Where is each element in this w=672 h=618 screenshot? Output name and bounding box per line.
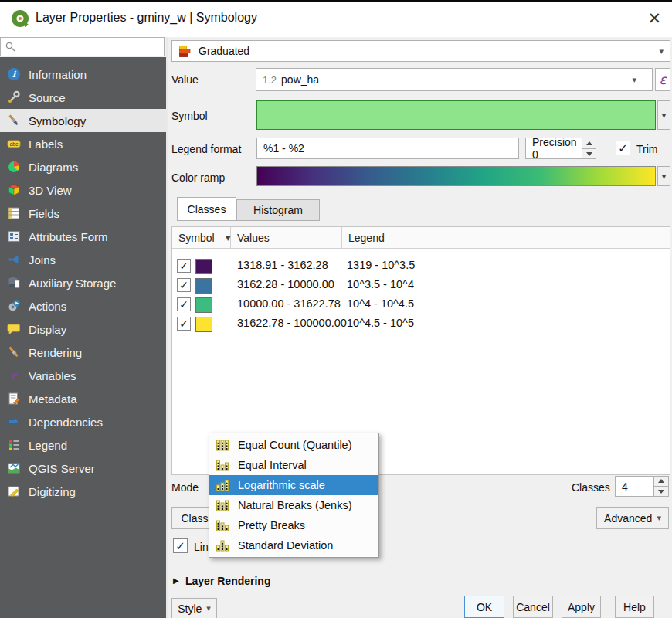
- value-field-name: pow_ha: [281, 73, 319, 86]
- sidebar-item-fields[interactable]: Fields: [0, 202, 166, 225]
- labels-icon: abc: [7, 137, 21, 151]
- header-symbol[interactable]: Symbol ▼: [172, 227, 231, 249]
- menu-item-logarithmic-scale[interactable]: Logarithmic scale: [209, 475, 378, 495]
- class-values[interactable]: 1318.91 - 3162.28: [237, 259, 328, 271]
- classes-spinbox[interactable]: 4: [615, 476, 653, 497]
- class-color-swatch[interactable]: [195, 259, 212, 274]
- close-icon[interactable]: ✕: [647, 9, 661, 28]
- value-label: Value: [171, 73, 199, 86]
- logarithmic-icon: [216, 478, 229, 492]
- class-color-swatch[interactable]: [195, 317, 212, 332]
- window-title: Layer Properties - gminy_w | Symbology: [36, 11, 257, 25]
- class-visibility-checkbox[interactable]: ✓: [177, 259, 191, 273]
- spin-down-icon[interactable]: [653, 487, 669, 497]
- menu-item-standard-deviation[interactable]: Standard Deviation: [209, 535, 378, 555]
- layer-rendering-section[interactable]: Layer Rendering: [185, 575, 270, 587]
- ok-button[interactable]: OK: [464, 596, 504, 618]
- sidebar-item-auxiliary-storage[interactable]: Auxiliary Storage: [0, 271, 166, 294]
- sidebar-item-diagrams[interactable]: Diagrams: [0, 155, 166, 178]
- graduated-renderer-icon: [178, 44, 192, 58]
- help-button[interactable]: Help: [615, 596, 654, 618]
- legend-format-label: Legend format: [171, 143, 241, 155]
- spin-up-icon[interactable]: [582, 138, 596, 148]
- renderer-select[interactable]: Graduated ▾: [171, 40, 670, 62]
- link-class-boundaries-checkbox[interactable]: ✓: [173, 538, 188, 553]
- sidebar-item-variables[interactable]: εVariables: [0, 364, 166, 387]
- class-values[interactable]: 10000.00 - 31622.78: [237, 297, 341, 310]
- menu-item-equal-interval[interactable]: Equal Interval: [209, 455, 378, 475]
- sidebar-item-rendering[interactable]: Rendering: [0, 341, 166, 364]
- class-visibility-checkbox[interactable]: ✓: [177, 297, 191, 311]
- information-icon: i: [7, 67, 21, 81]
- trim-checkbox[interactable]: ✓: [616, 141, 630, 155]
- cancel-button[interactable]: Cancel: [513, 596, 553, 618]
- sidebar-item-symbology[interactable]: Symbology: [0, 109, 166, 132]
- symbol-dropdown-button[interactable]: ▾: [657, 100, 670, 130]
- class-row: ✓10000.00 - 31622.7810^4 - 10^4.5: [172, 295, 670, 315]
- spin-up-icon[interactable]: [653, 476, 669, 487]
- panel-splitter[interactable]: [166, 37, 168, 618]
- class-row: ✓31622.78 - 100000.0010^4.5 - 10^5: [172, 314, 670, 334]
- class-legend[interactable]: 10^3.5 - 10^4: [347, 278, 414, 290]
- legend-format-value: %1 - %2: [263, 142, 304, 154]
- sidebar-item-3d-view[interactable]: 3D View: [0, 178, 166, 202]
- menu-item-label: Standard Deviation: [238, 539, 333, 552]
- fields-icon: [7, 206, 21, 220]
- classes-table-header: Symbol ▼ Values Legend: [172, 227, 670, 249]
- legend-format-input[interactable]: %1 - %2: [256, 138, 519, 159]
- renderer-value: Graduated: [199, 45, 249, 57]
- class-visibility-checkbox[interactable]: ✓: [177, 317, 191, 331]
- style-button[interactable]: Style ▾: [171, 598, 217, 618]
- sidebar-item-qgis-server[interactable]: QGIS Server: [0, 457, 166, 480]
- apply-button[interactable]: Apply: [562, 596, 601, 618]
- svg-text:abc: abc: [10, 141, 19, 147]
- menu-item-pretty-breaks[interactable]: Pretty Breaks: [209, 515, 378, 535]
- menu-item-natural-breaks-jenks[interactable]: Natural Breaks (Jenks): [209, 495, 378, 515]
- classes-count-label: Classes: [572, 481, 610, 494]
- tab-classes[interactable]: Classes: [177, 197, 236, 221]
- chevron-down-icon: ▾: [662, 171, 667, 182]
- value-field-select[interactable]: 1.2 pow_ha ▾: [256, 68, 653, 91]
- class-legend[interactable]: 10^4 - 10^4.5: [347, 297, 414, 310]
- class-visibility-checkbox[interactable]: ✓: [177, 278, 191, 292]
- sidebar-item-dependencies[interactable]: Dependencies: [0, 410, 166, 433]
- sidebar-item-information[interactable]: iInformation: [0, 63, 166, 86]
- color-ramp-dropdown-button[interactable]: ▾: [657, 166, 670, 186]
- collapse-arrow-icon[interactable]: ▶: [173, 576, 179, 585]
- tab-histogram[interactable]: Histogram: [236, 199, 320, 221]
- precision-spin-buttons[interactable]: [582, 138, 596, 159]
- title-bar: Layer Properties - gminy_w | Symbology ✕: [0, 2, 672, 37]
- sidebar-item-labels[interactable]: abcLabels: [0, 132, 166, 155]
- classes-spin-buttons[interactable]: [653, 476, 669, 497]
- class-values[interactable]: 3162.28 - 10000.00: [237, 278, 334, 290]
- sidebar-item-display[interactable]: Display: [0, 317, 166, 341]
- sidebar-item-label: Auxiliary Storage: [29, 277, 116, 290]
- symbol-preview[interactable]: [256, 100, 656, 130]
- color-ramp-preview[interactable]: [256, 166, 656, 186]
- header-values[interactable]: Values: [231, 227, 342, 249]
- sidebar-search-input[interactable]: [0, 37, 165, 56]
- sidebar-item-digitizing[interactable]: Digitizing: [0, 480, 166, 503]
- sidebar-item-legend[interactable]: Legend: [0, 433, 166, 457]
- class-values[interactable]: 31622.78 - 100000.00: [237, 317, 347, 329]
- actions-icon: [7, 299, 21, 313]
- menu-item-equal-count-quantile[interactable]: Equal Count (Quantile): [209, 435, 378, 455]
- legend-icon: [7, 438, 21, 452]
- sidebar-item-joins[interactable]: Joins: [0, 248, 166, 271]
- advanced-button[interactable]: Advanced ▾: [596, 507, 669, 529]
- header-legend[interactable]: Legend: [342, 227, 670, 249]
- sidebar-item-metadata[interactable]: Metadata: [0, 387, 166, 410]
- sidebar-item-attributes-form[interactable]: Attributes Form: [0, 225, 166, 248]
- menu-item-label: Logarithmic scale: [238, 479, 325, 491]
- digitizing-icon: [7, 484, 21, 498]
- class-legend[interactable]: 1319 - 10^3.5: [347, 259, 415, 271]
- sidebar-item-actions[interactable]: Actions: [0, 294, 166, 317]
- sidebar-item-source[interactable]: Source: [0, 86, 166, 109]
- epsilon-icon: ε: [659, 72, 666, 87]
- class-color-swatch[interactable]: [195, 278, 212, 294]
- class-legend[interactable]: 10^4.5 - 10^5: [347, 317, 414, 329]
- menu-item-label: Pretty Breaks: [238, 519, 305, 531]
- class-color-swatch[interactable]: [195, 297, 212, 313]
- expression-builder-button[interactable]: ε: [655, 68, 670, 91]
- spin-down-icon[interactable]: [582, 148, 596, 159]
